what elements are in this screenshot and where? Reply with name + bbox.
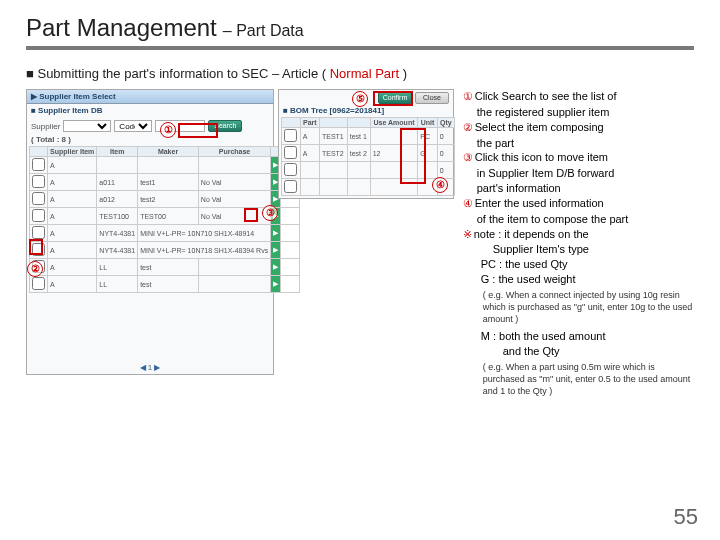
row-checkbox[interactable] [32,277,45,290]
step-text: the registered supplier item [463,105,694,120]
table-row: ANYT4-4381MINI V+L-PR= 10N718 SH1X-48394… [30,242,300,259]
move-icon[interactable]: ▶ [271,276,281,293]
note-text: Supplier Item's type [463,242,694,257]
filter-code-select[interactable]: Code [114,120,152,132]
row-checkbox[interactable] [284,146,297,159]
callout-1: ① [160,122,176,138]
step-text: Enter the used information [475,196,604,211]
table-row [282,179,455,196]
type-g: G : the used weight [463,272,694,287]
table-row: ATEST1test 1PC0 [282,128,455,145]
callout-4: ④ [432,177,448,193]
type-m: M : both the used amount [463,329,694,344]
row-checkbox[interactable] [32,192,45,205]
table-row: 0 [282,162,455,179]
supplier-table: Supplier ItemItemMakerPurchaseUnit A▶ Aa… [29,146,300,293]
type-m-b: and the Qty [463,344,694,359]
step-text: Click this icon to move item [475,150,608,165]
supplier-item-window: ▶ Supplier Item Select ■ Supplier Item D… [26,89,274,375]
example-text: ( e.g. When a connect injected by using … [463,289,694,325]
callout-3: ③ [262,205,278,221]
search-button[interactable]: Search [208,120,242,132]
context-line: ■ Submitting the part's information to S… [26,66,694,81]
pager[interactable]: ◀ 1 ▶ [140,363,161,372]
total-label: ( Total : 8 ) [27,135,273,144]
row-checkbox[interactable] [32,226,45,239]
window-title: ▶ Supplier Item Select [27,90,273,104]
example-text: ( e.g. When a part using 0.5m wire which… [463,361,694,397]
table-row: ANYT4-4381MINI V+L-PR= 10N710 SH1X-48914… [30,225,300,242]
move-icon[interactable]: ▶ [271,225,281,242]
table-row: ATEST2test 212G0 [282,145,455,162]
step-text: Select the item composing [475,120,604,135]
step-text: the part [463,136,694,151]
step-num: ② [463,120,473,135]
page-title: Part Management [26,14,217,42]
step-text: of the item to compose the part [463,212,694,227]
step-text: in Supplier Item D/B forward [463,166,694,181]
step-text: part's information [463,181,694,196]
row-checkbox[interactable] [284,129,297,142]
row-checkbox[interactable] [32,158,45,171]
note-text: note : it depends on the [474,227,589,242]
table-row: Aa012test2No Val▶ [30,191,300,208]
bom-tree-window: Confirm Close ■ BOM Tree [0962=201841] P… [278,89,454,199]
confirm-button[interactable]: Confirm [378,92,412,104]
row-checkbox[interactable] [32,209,45,222]
callout-5: ⑤ [352,91,368,107]
table-row: ALLtest▶ [30,259,300,276]
context-normal: Normal Part [330,66,399,81]
move-icon[interactable]: ▶ [271,242,281,259]
filter-supplier-select[interactable] [63,120,111,132]
title-divider [26,46,694,50]
row-checkbox[interactable] [32,243,45,256]
table-row: ALLtest▶ [30,276,300,293]
note-mark: ※ [463,227,472,242]
table-row: A▶ [30,157,300,174]
instructions-panel: ①Click Search to see the list of the reg… [463,89,694,402]
bom-table: PartUse AmountUnitQty ATEST1test 1PC0 AT… [281,117,455,196]
move-icon[interactable]: ▶ [271,259,281,276]
step-num: ① [463,89,473,104]
close-button[interactable]: Close [415,92,449,104]
context-suffix: ) [399,66,407,81]
row-checkbox[interactable] [284,180,297,193]
bom-title: ■ BOM Tree [0962=201841] [279,106,453,115]
table-row: ATEST100TEST00No Val▶ [30,208,300,225]
type-pc: PC : the used Qty [463,257,694,272]
row-checkbox[interactable] [32,175,45,188]
context-prefix: ■ Submitting the part's information to S… [26,66,330,81]
screenshot-area: ▶ Supplier Item Select ■ Supplier Item D… [26,89,455,379]
step-text: Click Search to see the list of [475,89,617,104]
page-number: 55 [674,504,698,530]
step-num: ③ [463,150,473,165]
step-num: ④ [463,196,473,211]
filter-supplier-label: Supplier [31,122,60,131]
page-subtitle: – Part Data [223,22,304,40]
table-row: Aa011test1No Val▶ [30,174,300,191]
row-checkbox[interactable] [284,163,297,176]
callout-2: ② [27,261,43,277]
section-label: ■ Supplier Item DB [27,104,273,117]
